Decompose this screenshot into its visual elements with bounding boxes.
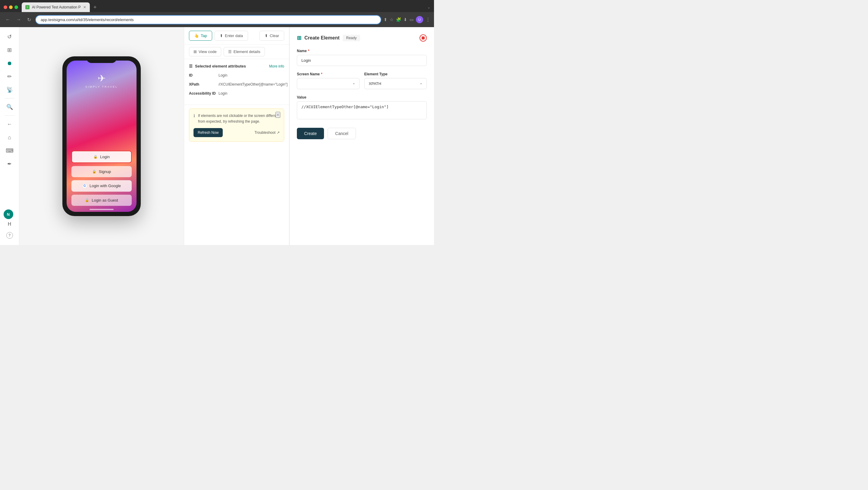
back-button[interactable]: ←: [4, 16, 12, 24]
google-icon: G: [82, 184, 87, 188]
enter-data-icon: ⬆: [220, 33, 223, 38]
user-avatar[interactable]: N: [4, 209, 13, 219]
new-tab-button[interactable]: +: [91, 4, 99, 10]
download-icon[interactable]: ⬇: [404, 17, 407, 22]
attr-accessibility-value: Login: [218, 91, 284, 96]
screen-name-required-indicator: *: [321, 72, 322, 76]
tab-title: AI Powered Test Automation P: [32, 5, 81, 9]
signup-button-label: Signup: [99, 170, 111, 174]
element-type-label: Element Type: [364, 72, 427, 76]
back-icon: ←: [7, 121, 12, 127]
sidebar-toggle-icon[interactable]: ▭: [410, 17, 413, 22]
notification-close-button[interactable]: ✕: [276, 112, 280, 118]
browser-menu-icon[interactable]: ⌄: [427, 5, 430, 9]
form-actions: Create Cancel: [297, 128, 427, 139]
name-label: Name *: [297, 49, 427, 53]
value-textarea[interactable]: //XCUIElementTypeOther[@name="Login"]: [297, 101, 427, 119]
create-button[interactable]: Create: [297, 128, 324, 139]
lock-icon-signup: 🔒: [92, 170, 96, 174]
sidebar-divider-2: [5, 115, 14, 116]
phone-device: ✈ SIMPLY TRAVEL 🔒 Login 🔒: [62, 56, 141, 216]
sidebar-icon-home[interactable]: ⌂: [4, 131, 16, 144]
panel-title-text: Create Element: [304, 35, 340, 41]
active-tab[interactable]: T AI Powered Test Automation P ✕: [22, 2, 90, 12]
phone-signup-button[interactable]: 🔒 Signup: [71, 166, 132, 177]
sidebar-icon-back[interactable]: ←: [4, 118, 16, 130]
phone-home-bar: [90, 209, 114, 210]
phone-login-button[interactable]: 🔒 Login: [71, 151, 132, 163]
notification-text: If elements are not clickable or the scr…: [198, 113, 280, 124]
sidebar-icon-pen[interactable]: ✒: [4, 158, 16, 170]
home-icon: ⌂: [8, 134, 11, 141]
tab-favicon: T: [25, 5, 30, 9]
traffic-light-green[interactable]: [14, 5, 18, 9]
wifi-icon: 📡: [6, 87, 13, 93]
sidebar-icon-help[interactable]: ?: [4, 229, 16, 241]
attribute-id-row: ID Login: [189, 73, 284, 78]
selected-element-panel: ☰ Selected element attributes More info …: [184, 59, 289, 105]
reload-button[interactable]: ↻: [25, 16, 33, 24]
tap-icon: 👆: [194, 33, 199, 38]
forward-button[interactable]: →: [14, 16, 23, 24]
clear-button[interactable]: ⬆ Clear: [259, 31, 284, 41]
element-details-tab[interactable]: ☰ Element details: [224, 47, 265, 56]
refresh-icon: ↺: [7, 33, 12, 40]
info-icon: ℹ: [193, 113, 195, 118]
more-info-link[interactable]: More info: [269, 64, 284, 68]
create-element-icon: ⊞: [297, 35, 301, 41]
cancel-button[interactable]: Cancel: [328, 128, 356, 139]
screen-name-select[interactable]: [297, 78, 360, 89]
sidebar-icon-wifi[interactable]: 📡: [4, 84, 16, 96]
login-button-label: Login: [100, 155, 110, 159]
help-icon: ?: [6, 232, 13, 239]
sidebar-icon-record[interactable]: ⏺: [4, 57, 16, 69]
sidebar-icon-edit[interactable]: ✏: [4, 70, 16, 83]
element-type-select[interactable]: XPATH: [364, 78, 427, 89]
share-icon[interactable]: ⬆: [384, 17, 387, 22]
external-link-icon: ↗: [277, 130, 280, 135]
panel-header: ⊞ Create Element Ready: [297, 34, 427, 41]
plane-icon: ✈: [98, 73, 106, 84]
attr-id-value: Login: [218, 73, 284, 78]
pen-icon: ✒: [7, 161, 12, 167]
sidebar-icon-keyboard[interactable]: ⌨: [4, 145, 16, 157]
value-form-group: Value //XCUIElementTypeOther[@name="Logi…: [297, 95, 427, 121]
menu-icon[interactable]: ⋮: [426, 17, 430, 23]
search-icon: 🔍: [6, 104, 13, 110]
extensions-icon[interactable]: 🧩: [396, 17, 401, 22]
name-input[interactable]: [297, 55, 427, 66]
attr-accessibility-label: Accessibility ID: [189, 91, 216, 95]
phone-guest-button[interactable]: 🔒 Login as Guest: [71, 195, 132, 206]
view-code-tab[interactable]: ⊞ View code: [189, 47, 221, 56]
stop-recording-icon: [422, 36, 425, 39]
sidebar-h-label: H: [8, 221, 11, 227]
traffic-light-red[interactable]: [4, 5, 7, 9]
tap-button[interactable]: 👆 Tap: [189, 31, 212, 41]
sidebar-icon-refresh[interactable]: ↺: [4, 31, 16, 43]
left-sidebar: ↺ ⊞ ⏺ ✏ 📡 🔍 ← ⌂ ⌨ ✒: [0, 27, 19, 245]
right-panel-create-element: ⊞ Create Element Ready Name *: [289, 27, 434, 245]
profile-icon[interactable]: U: [416, 16, 423, 23]
phone-preview-area: ✈ SIMPLY TRAVEL 🔒 Login 🔒: [19, 27, 184, 245]
sidebar-icon-layout[interactable]: ⊞: [4, 44, 16, 56]
refresh-now-button[interactable]: Refresh Now: [193, 128, 223, 137]
google-button-label: Login with Google: [90, 184, 121, 188]
edit-icon: ✏: [7, 73, 12, 80]
bookmark-icon[interactable]: ☆: [390, 17, 394, 22]
enter-data-button[interactable]: ⬆ Enter data: [215, 31, 248, 41]
attribute-accessibility-row: Accessibility ID Login: [189, 91, 284, 96]
notification-box: ✕ ℹ If elements are not clickable or the…: [189, 109, 284, 142]
element-type-col: Element Type XPATH: [364, 72, 427, 89]
traffic-light-yellow[interactable]: [9, 5, 13, 9]
sidebar-icon-search[interactable]: 🔍: [4, 101, 16, 113]
phone-google-button[interactable]: G Login with Google: [71, 180, 132, 192]
troubleshoot-link[interactable]: Troubleshoot ↗: [254, 130, 280, 135]
attribute-xpath-row: XPath //XCUIElementTypeOther[@name="Logi…: [189, 82, 284, 87]
element-details-icon: ☰: [228, 50, 232, 54]
address-bar[interactable]: app.testsigma.com/ui/td/35/elements/reco…: [35, 15, 381, 24]
stop-recording-button[interactable]: [420, 34, 427, 41]
name-form-group: Name *: [297, 49, 427, 66]
tab-close-button[interactable]: ✕: [83, 5, 86, 9]
screen-name-col: Screen Name *: [297, 72, 360, 89]
phone-logo: ✈ SIMPLY TRAVEL: [85, 73, 118, 88]
